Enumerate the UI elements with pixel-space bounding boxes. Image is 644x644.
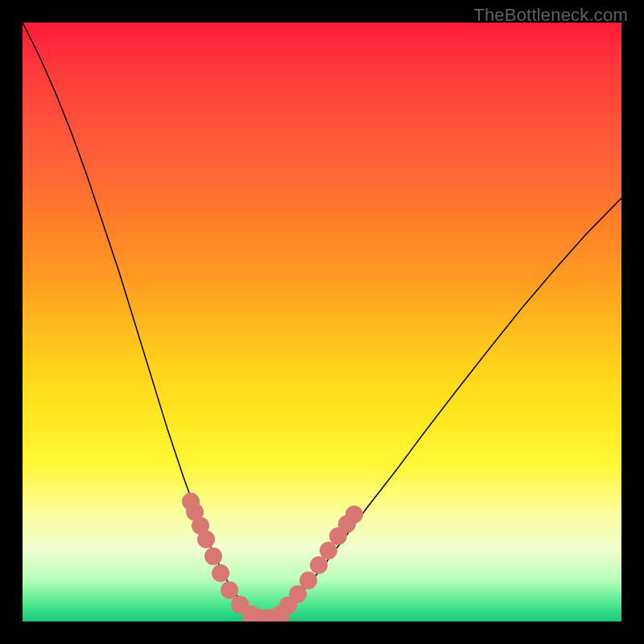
curve-marker xyxy=(320,542,337,559)
left-curve-line xyxy=(23,23,264,621)
right-marker-group xyxy=(271,506,363,621)
curve-marker xyxy=(197,530,215,548)
watermark-text: TheBottleneck.com xyxy=(473,5,628,26)
chart-svg xyxy=(23,23,621,621)
left-marker-group xyxy=(182,493,260,621)
curve-marker xyxy=(204,547,222,565)
curve-marker xyxy=(345,506,363,523)
curve-marker xyxy=(221,581,238,599)
curve-marker xyxy=(299,572,317,589)
curve-marker xyxy=(212,564,229,582)
curve-marker xyxy=(310,556,328,574)
